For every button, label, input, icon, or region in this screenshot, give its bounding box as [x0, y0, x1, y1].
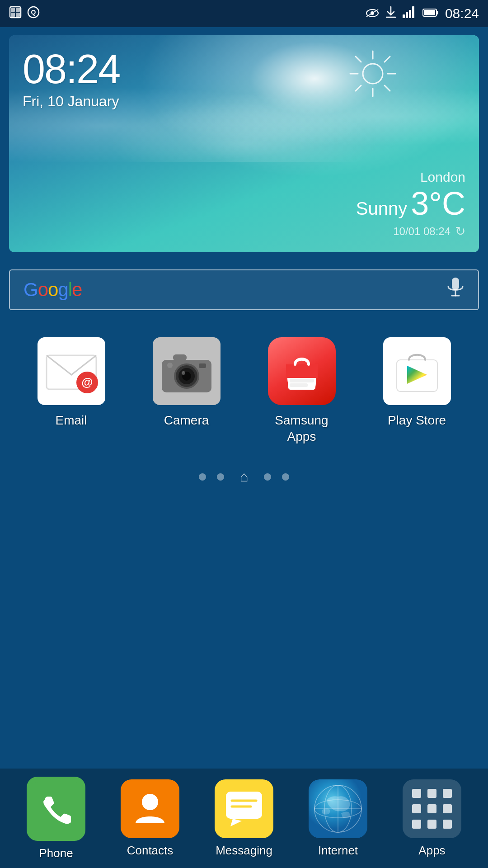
weather-city: London: [356, 170, 465, 185]
voice-search-button[interactable]: [446, 277, 465, 303]
dock-internet[interactable]: Internet: [309, 779, 367, 858]
camera-label: Camera: [164, 412, 209, 429]
page-dot-1[interactable]: [199, 473, 206, 481]
gallery-icon: [9, 6, 22, 22]
google-logo: Google: [23, 279, 82, 301]
apps-label: Apps: [418, 844, 445, 858]
apps-grid-dots: [408, 784, 456, 833]
phone-label: Phone: [39, 846, 73, 860]
samsung-apps-icon: [268, 337, 336, 405]
page-indicators: ⌂: [0, 454, 488, 500]
weather-widget[interactable]: 08:24 Fri, 10 January London Sunny 3°C 1…: [9, 35, 479, 252]
svg-rect-41: [286, 364, 318, 378]
status-left-icons: Q: [9, 6, 40, 22]
svg-rect-16: [424, 10, 435, 15]
svg-rect-43: [290, 383, 308, 387]
status-right-icons: 08:24: [366, 6, 479, 22]
page-dot-2[interactable]: [217, 473, 224, 481]
dock-apps[interactable]: Apps: [403, 779, 461, 858]
status-time: 08:24: [445, 6, 479, 21]
svg-line-26: [356, 85, 361, 91]
svg-text:@: @: [81, 375, 93, 389]
email-icon: @: [38, 337, 105, 405]
screen-off-icon: [366, 7, 379, 21]
weather-update-time: 10/01 08:24: [393, 225, 450, 238]
weather-condition: Sunny: [356, 198, 407, 219]
app-camera[interactable]: Camera: [153, 337, 221, 445]
quickmemo-icon: Q: [27, 6, 40, 22]
apps-grid-icon: [403, 779, 461, 838]
battery-icon: [422, 7, 439, 21]
messaging-label: Messaging: [216, 844, 272, 858]
svg-rect-48: [226, 792, 262, 819]
search-bar-container: Google: [0, 260, 488, 319]
svg-rect-4: [16, 13, 20, 17]
svg-rect-27: [452, 278, 459, 290]
svg-point-40: [167, 363, 173, 368]
weather-info: London Sunny 3°C 10/01 08:24 ↻: [356, 170, 465, 239]
svg-rect-3: [11, 13, 15, 17]
internet-label: Internet: [318, 844, 358, 858]
contacts-icon: [121, 779, 179, 838]
dock: 📞 Phone Contacts: [0, 769, 488, 868]
svg-rect-39: [199, 363, 206, 368]
page-dot-5[interactable]: [282, 473, 289, 481]
dock-messaging[interactable]: Messaging: [215, 779, 273, 858]
status-bar: Q: [0, 0, 488, 27]
weather-datetime: 08:24 Fri, 10 January: [23, 49, 120, 110]
app-play-store[interactable]: Play Store: [383, 337, 451, 445]
svg-rect-12: [406, 12, 408, 18]
email-label: Email: [55, 412, 87, 429]
weather-timestamp: 10/01 08:24 ↻: [356, 224, 465, 239]
page-dot-4[interactable]: [264, 473, 271, 481]
dock-phone[interactable]: 📞 Phone: [27, 777, 85, 860]
play-store-label: Play Store: [388, 412, 446, 429]
svg-point-38: [182, 371, 185, 375]
camera-icon: [153, 337, 221, 405]
refresh-icon[interactable]: ↻: [455, 224, 465, 239]
svg-line-24: [385, 85, 390, 91]
svg-line-25: [385, 57, 390, 62]
svg-point-47: [142, 794, 158, 810]
svg-rect-14: [412, 6, 414, 18]
svg-point-18: [363, 64, 383, 84]
svg-rect-17: [436, 11, 438, 14]
svg-text:Q: Q: [31, 9, 36, 16]
dock-contacts[interactable]: Contacts: [121, 779, 179, 858]
contacts-label: Contacts: [127, 844, 174, 858]
app-icons-grid: @ Email Camera: [0, 319, 488, 454]
weather-temperature: 3°C: [411, 185, 465, 222]
sun-graphic: [348, 49, 398, 100]
svg-rect-13: [409, 10, 411, 18]
internet-icon: [309, 779, 367, 838]
svg-line-23: [356, 57, 361, 62]
download-icon: [385, 6, 396, 22]
samsung-apps-label: SamsungApps: [275, 412, 328, 445]
weather-condition-temp: Sunny 3°C: [356, 185, 465, 222]
play-store-icon: [383, 337, 451, 405]
svg-rect-2: [16, 8, 20, 12]
app-samsung-apps[interactable]: SamsungApps: [268, 337, 336, 445]
messaging-icon: [215, 779, 273, 838]
home-indicator[interactable]: ⌂: [235, 468, 253, 486]
svg-rect-1: [11, 8, 15, 12]
signal-icon: [403, 6, 416, 21]
svg-rect-42: [290, 379, 314, 382]
app-email[interactable]: @ Email: [38, 337, 105, 445]
weather-clock: 08:24: [23, 49, 120, 90]
svg-rect-34: [173, 354, 187, 361]
google-search-bar[interactable]: Google: [9, 269, 479, 310]
svg-rect-11: [403, 14, 405, 18]
weather-date: Fri, 10 January: [23, 93, 120, 110]
